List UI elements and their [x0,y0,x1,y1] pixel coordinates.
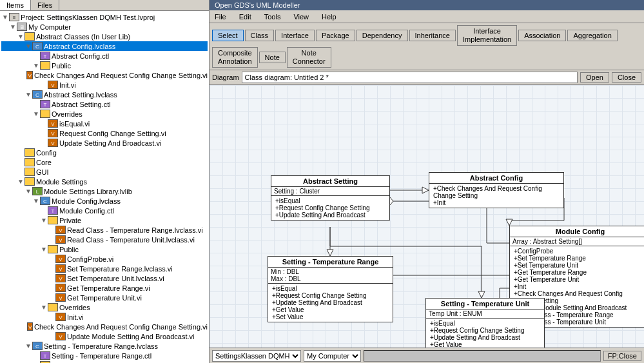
tree-icon-vi: V [55,264,66,273]
tree-icon-vi: V [55,235,66,244]
tool-btn-note[interactable]: Note [259,52,286,63]
tree-label: Abstract Setting.lvclass [44,91,117,99]
tree-node-overrides2[interactable]: ▼Overrides [1,302,208,312]
tree-node-setting_temp_range_ctl[interactable]: TSetting - Temperature Range.ctl [1,351,208,360]
tree-node-is_equal_vi[interactable]: VisEqual.vi [1,119,208,128]
tree-node-abstract_config[interactable]: ▼CAbstract Config.lvclass [1,41,208,51]
tree-expand-icon[interactable]: ▼ [1,14,9,21]
tree-node-abstract_classes[interactable]: ▼Abstract Classes (In User Lib) [1,32,208,41]
menu-item-edit[interactable]: Edit [237,12,254,21]
canvas-area[interactable]: Abstract SettingSetting : Cluster+isEqua… [210,85,644,348]
tree-icon-folder [24,158,35,166]
tree-node-project[interactable]: ▼≡Project: SettingsKlassen DQMH Test.lvp… [1,12,208,22]
tree-expand-icon[interactable]: ▼ [24,91,32,98]
uml-box-subtitle: Array : Abstract Setting[] [510,237,644,246]
menu-item-file[interactable]: File [212,12,229,21]
tool-btn-class[interactable]: Class [245,30,275,41]
tree-icon-ctl: T [40,52,50,60]
uml-member: +Init [512,283,644,290]
tree-node-read_temp_range[interactable]: VRead Class - Temperature Range.lvclass.… [1,225,208,235]
menu-item-tools[interactable]: Tools [262,12,284,21]
tool-btn-aggregation[interactable]: Aggregation [567,30,617,41]
tree-node-setting_temp_range_class[interactable]: ▼CSetting - Temperature Range.lvclass [1,341,208,351]
tree-expand-icon[interactable]: ▼ [24,188,32,195]
svg-marker-1 [422,187,429,193]
diagram-input[interactable] [242,72,578,83]
uml-box-setting_temp_range_box[interactable]: Setting - Temperature RangeMin : DBLMax … [268,256,393,322]
tree-expand-icon[interactable]: ▼ [32,62,40,69]
uml-box-setting_temp_unit_box[interactable]: Setting - Temperature UnitTemp Unit : EN… [425,298,545,348]
tree-node-set_temp_unit[interactable]: VSet Temperature Unit.lvclass.vi [1,273,208,283]
tool-btn-interface[interactable]: Interface [275,30,315,41]
tree-icon-vi: V [55,255,66,263]
tree-label: Module Settings [36,178,87,186]
fp-close-button[interactable]: FP:Close [603,351,641,361]
tree-node-abstract_setting_ctl[interactable]: TAbstract Setting.ctl [1,99,208,109]
tree-node-private1[interactable]: ▼Private [1,215,208,225]
computer-select[interactable]: My Computer [304,350,361,362]
tree-node-gui[interactable]: GUI [1,167,208,177]
tool-btn-interface_impl[interactable]: InterfaceImplementation [457,25,517,46]
tree-node-abstract_setting[interactable]: ▼CAbstract Setting.lvclass [1,90,208,99]
tree-expand-icon[interactable]: ▼ [17,33,24,40]
tree-node-abstract_config_ctl[interactable]: TAbstract Config.ctl [1,51,208,61]
tree-node-module_settings[interactable]: ▼Module Settings [1,177,208,186]
close-button[interactable]: Close [612,72,641,83]
tree-node-config[interactable]: Config [1,148,208,157]
tree-node-config_probe[interactable]: VConfigProbe.vi [1,254,208,264]
menu-item-view[interactable]: View [291,12,311,21]
tree-icon-lib: L [32,187,43,195]
tree-expand-icon[interactable]: ▼ [32,197,40,204]
tree-node-set_temp_range[interactable]: VSet Temperature Range.lvclass.vi [1,264,208,273]
tool-btn-dependency[interactable]: Dependency [356,30,408,41]
uml-box-title: Setting - Temperature Range [268,257,393,268]
tree-expand-icon[interactable]: ▼ [9,23,17,30]
tree-node-public1[interactable]: ▼Public [1,61,208,70]
tree-node-get_temp_range[interactable]: VGet Temperature Range.vi [1,283,208,293]
uml-box-abstract_setting_box[interactable]: Abstract SettingSetting : Cluster+isEqua… [271,175,390,221]
tree-node-module_config_ctl[interactable]: TModule Config.ctl [1,206,208,215]
tree-expand-icon[interactable]: ▼ [24,43,32,50]
tree-expand-icon[interactable]: ▼ [40,217,48,224]
tree-expand-icon[interactable]: ▼ [40,246,48,253]
tab-files[interactable]: Files [31,0,59,10]
tree-expand-icon[interactable]: ▼ [40,304,48,311]
tool-btn-select[interactable]: Select [212,30,244,41]
tree-node-public2[interactable]: ▼Public [1,244,208,254]
svg-marker-5 [506,219,512,226]
tree-node-get_temp_unit[interactable]: VGet Temperature Unit.vi [1,293,208,302]
tree-node-core[interactable]: Core [1,157,208,167]
tree-label: GUI [36,168,49,176]
tool-btn-package[interactable]: Package [316,30,355,41]
tree-label: Set Temperature Unit.lvclass.vi [67,275,164,282]
tree-node-overrides3[interactable]: ▼Overrides [1,360,208,363]
tree-label: Overrides [52,110,83,118]
tool-btn-composite_annotation[interactable]: CompositeAnnotation [212,47,258,68]
tree-node-read_temp_unit[interactable]: VRead Class - Temperature Unit.lvclass.v… [1,235,208,244]
tree-node-update_module[interactable]: VUpdate Module Setting And Broadcast.vi [1,331,208,341]
tree-node-my_computer[interactable]: ▼🖥My Computer [1,22,208,32]
tree-node-init_vi[interactable]: VInit.vi [1,80,208,90]
tree-icon-folder [48,303,58,311]
tool-btn-note_connector[interactable]: NoteConnector [287,47,331,68]
tree-node-update_setting[interactable]: VUpdate Setting And Broadcast.vi [1,138,208,148]
tree-node-overrides1[interactable]: ▼Overrides [1,109,208,119]
menu-item-help[interactable]: Help [319,12,339,21]
tool-btn-association[interactable]: Association [518,30,566,41]
tree-node-check_changes2[interactable]: VCheck Changes And Request Config Change… [1,322,208,331]
tree-expand-icon[interactable]: ▼ [24,342,32,349]
tree-expand-icon[interactable]: ▼ [17,178,24,185]
tab-items[interactable]: Items [0,0,31,10]
tree-node-check_changes[interactable]: VCheck Changes And Request Config Change… [1,70,208,80]
tree-expand-icon[interactable]: ▼ [32,110,40,117]
tool-btn-inheritance[interactable]: Inheritance [409,30,456,41]
tree-node-init_vi2[interactable]: VInit.vi [1,312,208,322]
open-button[interactable]: Open [580,72,609,83]
tree-label: My Computer [28,23,71,31]
tree-node-request_config[interactable]: VRequest Config Change Setting.vi [1,128,208,138]
uml-box-abstract_config_box[interactable]: Abstract Config+Check Changes And Reques… [429,172,564,208]
tree-node-module_config_class[interactable]: ▼CModule Config.lvclass [1,196,208,206]
project-select[interactable]: SettingsKlassen DQMH [212,350,301,362]
tree-node-module_settings_lib[interactable]: ▼LModule Settings Library.lvlib [1,186,208,196]
main-container: Items Files ▼≡Project: SettingsKlassen D… [0,0,644,363]
